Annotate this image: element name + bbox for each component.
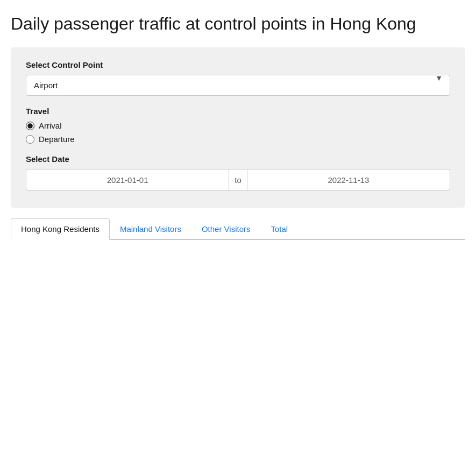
control-point-label: Select Control Point <box>26 60 450 69</box>
control-point-select[interactable]: Airport Hung Hom Lo Wu Lok Ma Chau Spur … <box>26 75 450 96</box>
page-title: Daily passenger traffic at control point… <box>11 13 465 34</box>
date-section: Select Date to <box>26 154 450 190</box>
tabs-container: Hong Kong Residents Mainland Visitors Ot… <box>11 218 465 240</box>
date-to-separator: to <box>229 175 247 185</box>
departure-radio[interactable] <box>26 135 34 144</box>
arrival-radio-item[interactable]: Arrival <box>26 121 450 130</box>
tab-total[interactable]: Total <box>260 218 298 239</box>
departure-radio-item[interactable]: Departure <box>26 135 450 144</box>
arrival-label: Arrival <box>39 121 62 130</box>
tab-other-visitors[interactable]: Other Visitors <box>191 218 261 239</box>
control-point-section: Select Control Point Airport Hung Hom Lo… <box>26 60 450 96</box>
tab-mainland-visitors[interactable]: Mainland Visitors <box>110 218 191 239</box>
arrival-radio[interactable] <box>26 122 34 130</box>
travel-section: Travel Arrival Departure <box>26 107 450 144</box>
travel-radio-group: Arrival Departure <box>26 121 450 144</box>
date-from-input[interactable] <box>26 170 229 190</box>
control-panel: Select Control Point Airport Hung Hom Lo… <box>11 47 465 208</box>
date-to-input[interactable] <box>247 170 450 190</box>
date-label: Select Date <box>26 154 450 164</box>
travel-label: Travel <box>26 107 450 116</box>
departure-label: Departure <box>39 135 75 144</box>
tab-hong-kong-residents[interactable]: Hong Kong Residents <box>11 218 110 240</box>
date-range-row: to <box>26 169 450 190</box>
